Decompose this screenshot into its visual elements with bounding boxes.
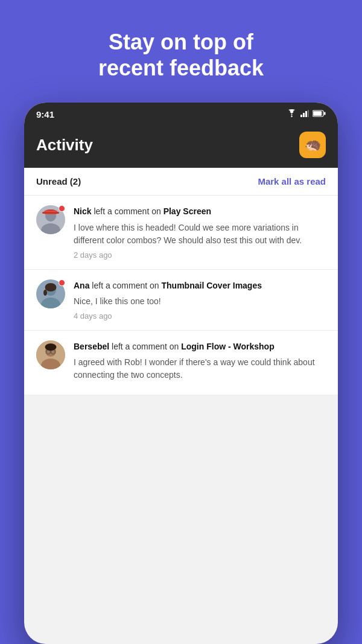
nick-time: 2 days ago [74, 250, 326, 260]
ana-item-title: Ana left a comment on Thumbnail Cover Im… [74, 279, 326, 292]
mark-all-read-button[interactable]: Mark all as read [258, 176, 326, 187]
unread-label: Unread (2) [36, 176, 81, 187]
status-bar: 9:41 [24, 103, 338, 124]
content-area: Unread (2) Mark all as read [24, 168, 338, 395]
phone-frame: 9:41 [24, 103, 338, 644]
ana-action: left a comment on [92, 281, 161, 290]
bersebel-action: left a comment on [112, 342, 181, 351]
activity-item-bersebel[interactable]: Bersebel left a comment on Login Flow - … [24, 331, 338, 395]
ana-item-content: Ana left a comment on Thumbnail Cover Im… [74, 279, 326, 320]
battery-icon [313, 109, 326, 120]
activity-item-ana[interactable]: Ana left a comment on Thumbnail Cover Im… [24, 270, 338, 331]
bersebel-item-content: Bersebel left a comment on Login Flow - … [74, 340, 326, 385]
app-header: Activity 🦔 [24, 124, 338, 168]
signal-icon [300, 109, 309, 120]
hero-section: Stay on top ofrecent feedback [62, 0, 300, 103]
ana-avatar-wrap [36, 279, 65, 308]
bersebel-screen: Login Flow - Workshop [181, 342, 275, 351]
status-icons [287, 109, 326, 120]
svg-point-18 [43, 290, 47, 296]
ana-unread-dot [59, 279, 65, 286]
nick-avatar-wrap [36, 205, 65, 234]
svg-rect-3 [305, 111, 307, 117]
activity-item-nick[interactable]: Nick left a comment on Play Screen I lov… [24, 196, 338, 269]
hero-title: Stay on top ofrecent feedback [62, 0, 300, 103]
bersebel-avatar-wrap [36, 340, 65, 369]
svg-point-25 [45, 343, 57, 351]
ana-body: Nice, I like this one too! [74, 295, 326, 308]
ana-username: Ana [74, 281, 89, 290]
nick-item-content: Nick left a comment on Play Screen I lov… [74, 205, 326, 259]
app-title: Activity [36, 136, 93, 155]
nick-screen: Play Screen [164, 206, 211, 216]
ana-time: 4 days ago [74, 311, 326, 320]
user-avatar-emoji: 🦔 [305, 137, 321, 153]
svg-rect-13 [42, 212, 59, 214]
svg-rect-4 [308, 110, 309, 117]
svg-point-0 [291, 116, 292, 117]
svg-rect-7 [324, 112, 326, 115]
nick-action: left a comment on [94, 206, 163, 216]
bersebel-body: I agreed with Rob! I wonder if there's a… [74, 356, 326, 381]
svg-rect-2 [303, 113, 305, 117]
bersebel-avatar [36, 340, 65, 369]
nick-unread-dot [59, 205, 65, 212]
bersebel-username: Bersebel [74, 342, 109, 351]
svg-rect-1 [300, 115, 302, 117]
svg-point-17 [45, 283, 57, 292]
unread-bar: Unread (2) Mark all as read [24, 168, 338, 196]
nick-item-title: Nick left a comment on Play Screen [74, 205, 326, 217]
ana-screen: Thumbnail Cover Images [162, 281, 262, 290]
wifi-icon [287, 109, 297, 120]
status-time: 9:41 [36, 109, 54, 120]
user-avatar-badge[interactable]: 🦔 [299, 132, 326, 158]
nick-body: I love where this is headed! Could we se… [74, 222, 326, 247]
bersebel-item-title: Bersebel left a comment on Login Flow - … [74, 340, 326, 352]
nick-username: Nick [74, 206, 92, 216]
svg-rect-6 [313, 112, 322, 116]
